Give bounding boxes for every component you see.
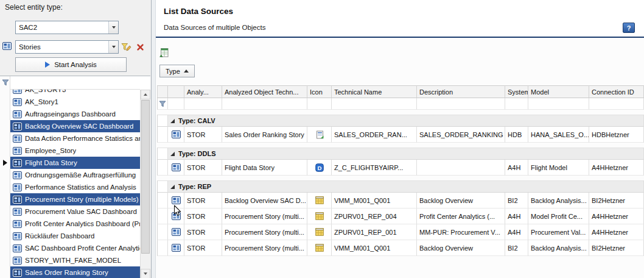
filter-funnel-icon bbox=[159, 101, 166, 107]
filter-cell[interactable] bbox=[505, 98, 528, 110]
description-cell bbox=[417, 160, 505, 176]
list-item-label: Ordnungsgemäße Auftragserfüllung bbox=[25, 171, 136, 179]
data-row[interactable]: STORBacklog Overview SAC D...VMM_M001_Q0… bbox=[157, 193, 644, 208]
group-row[interactable]: Type: REP bbox=[157, 180, 644, 193]
connection-id-cell: A4HHetzner bbox=[589, 160, 644, 176]
filter-cell[interactable] bbox=[184, 98, 222, 110]
page-subtitle: Data Sources of multiple Objects bbox=[164, 24, 265, 31]
list-item[interactable]: Data Action Performance Statistics ar bbox=[10, 132, 140, 144]
export-spreadsheet-icon[interactable] bbox=[159, 48, 170, 59]
story-icon bbox=[2, 42, 12, 52]
story-icon bbox=[168, 208, 184, 224]
list-item-label: Performance Statistics and Analysis bbox=[25, 184, 136, 191]
list-item[interactable]: Sales Order Ranking Story bbox=[10, 266, 140, 278]
description-cell: Backlog Overview bbox=[417, 193, 505, 208]
list-item[interactable]: Ordnungsgemäße Auftragserfüllung bbox=[10, 169, 140, 181]
grid-spacer bbox=[157, 143, 644, 148]
data-row[interactable]: STORProcurement Story (multi...ZPURV01_R… bbox=[157, 224, 644, 240]
column-header[interactable]: Analyzed Object Techn... bbox=[222, 85, 307, 98]
list-item[interactable]: Auftragseingangs Dashboard bbox=[10, 108, 140, 120]
object-type-combobox[interactable]: Stories bbox=[15, 40, 119, 54]
filter-cell[interactable] bbox=[589, 98, 644, 110]
data-row[interactable]: STORSales Order Ranking StorySALES_ORDER… bbox=[157, 127, 644, 143]
column-header[interactable]: System bbox=[505, 85, 528, 98]
list-item[interactable]: Profit Center Analytics Dashboard (Pr bbox=[10, 218, 140, 230]
calculation-view-icon bbox=[307, 127, 332, 143]
scroll-up-button[interactable] bbox=[141, 90, 150, 99]
list-item[interactable]: AK_STORY3 bbox=[10, 90, 140, 96]
story-icon bbox=[13, 159, 22, 167]
filter-cell[interactable] bbox=[168, 98, 184, 110]
technical-name-cell: ZPURV01_REP_001 bbox=[332, 224, 417, 240]
list-item[interactable]: STORY_WITH_FAKE_MODEL bbox=[10, 254, 140, 266]
expand-triangle-icon[interactable] bbox=[170, 119, 175, 123]
group-header-cell[interactable]: Type: CALV bbox=[168, 115, 644, 127]
story-icon bbox=[13, 196, 22, 204]
connection-id-cell: A4HHetzner bbox=[589, 224, 644, 240]
list-item-label: Flight Data Story bbox=[25, 159, 77, 166]
story-icon bbox=[13, 90, 22, 94]
filter-cell[interactable] bbox=[157, 98, 168, 110]
list-item[interactable]: Employee_Story bbox=[10, 144, 140, 157]
group-header-cell[interactable]: Type: REP bbox=[168, 180, 644, 193]
group-row[interactable]: Type: CALV bbox=[157, 115, 644, 127]
filter-cell[interactable] bbox=[528, 98, 589, 110]
list-item[interactable]: Flight Data Story bbox=[10, 157, 140, 169]
expand-triangle-icon[interactable] bbox=[170, 152, 175, 156]
column-header[interactable] bbox=[157, 85, 168, 98]
filter-funnel-icon bbox=[2, 79, 9, 86]
model-cell: Model Profit Ce... bbox=[528, 208, 589, 224]
expand-triangle-icon[interactable] bbox=[170, 185, 175, 189]
scrollbar-thumb[interactable] bbox=[141, 100, 150, 254]
list-item-label: Profit Center Analytics Dashboard (Pr bbox=[25, 220, 140, 227]
column-header[interactable]: Technical Name bbox=[332, 85, 417, 98]
chevron-down-icon[interactable] bbox=[108, 41, 118, 53]
filter-cell[interactable] bbox=[307, 98, 332, 110]
list-item[interactable]: Backlog Overview SAC Dashboard bbox=[10, 120, 140, 132]
start-analysis-button[interactable]: Start Analysis bbox=[15, 57, 127, 72]
list-item-label: Backlog Overview SAC Dashboard bbox=[25, 123, 133, 130]
column-header[interactable] bbox=[168, 85, 184, 98]
list-item[interactable]: Performance Statistics and Analysis bbox=[10, 181, 140, 193]
list-item[interactable]: AK_Story1 bbox=[10, 96, 140, 108]
filter-cell[interactable] bbox=[417, 98, 505, 110]
connection-id-cell: BI2Hetzner bbox=[589, 193, 644, 208]
filter-edit-icon[interactable] bbox=[120, 41, 132, 52]
help-button[interactable]: ? bbox=[623, 23, 635, 33]
chevron-down-icon[interactable] bbox=[108, 21, 118, 34]
data-row[interactable]: STORFlight Data StoryDZ_C_FLIGHTBYAIRP..… bbox=[157, 160, 644, 176]
list-item[interactable]: SAC Dashboard Profit Center Analytic bbox=[10, 242, 140, 254]
column-header[interactable]: Connection ID bbox=[589, 85, 644, 98]
grid-spacer bbox=[157, 110, 644, 115]
list-item[interactable]: Rückläufer Dashboard bbox=[10, 230, 140, 242]
scroll-down-button[interactable] bbox=[141, 269, 150, 278]
column-header[interactable]: Description bbox=[417, 85, 505, 98]
story-icon bbox=[13, 257, 22, 265]
panel-splitter[interactable] bbox=[151, 0, 156, 278]
system-cell: BI2 bbox=[505, 193, 528, 208]
list-item[interactable]: Procurement Story (multiple Models) bbox=[10, 193, 140, 205]
group-by-type-chip[interactable]: Type bbox=[159, 65, 195, 77]
description-cell: MM-PUR: Procurement V... bbox=[417, 224, 505, 240]
filter-cell[interactable] bbox=[222, 98, 307, 110]
data-row[interactable]: STORProcurement Story (multi...ZPURV01_R… bbox=[157, 208, 644, 224]
list-filter-row[interactable] bbox=[10, 76, 140, 90]
list-item[interactable]: Procurement Value SAC Dashboard bbox=[10, 205, 140, 218]
red-x-icon[interactable] bbox=[134, 41, 146, 52]
row-indicator-cell bbox=[157, 208, 168, 224]
list-item-label: Employee_Story bbox=[25, 147, 76, 154]
group-row[interactable]: Type: DDLS bbox=[157, 148, 644, 160]
group-by-label: Type bbox=[166, 68, 180, 75]
filter-cell[interactable] bbox=[332, 98, 417, 110]
column-header[interactable]: Model bbox=[528, 85, 589, 98]
data-row[interactable]: STORProcurement Story (multi...VMM_M001_… bbox=[157, 240, 644, 256]
entity-type-combobox[interactable]: SAC2 bbox=[15, 21, 119, 34]
column-header[interactable]: Analy... bbox=[184, 85, 222, 98]
object-name-cell: Flight Data Story bbox=[222, 160, 307, 176]
vertical-scrollbar[interactable] bbox=[140, 90, 150, 278]
stories-list-box: AK_STORY3AK_Story1Auftragseingangs Dashb… bbox=[0, 76, 150, 278]
column-header[interactable]: Icon bbox=[307, 85, 332, 98]
group-header-cell[interactable]: Type: DDLS bbox=[168, 148, 644, 160]
group-label: Type: DDLS bbox=[178, 150, 216, 157]
connection-id-cell: HDBHetzner bbox=[589, 127, 644, 143]
